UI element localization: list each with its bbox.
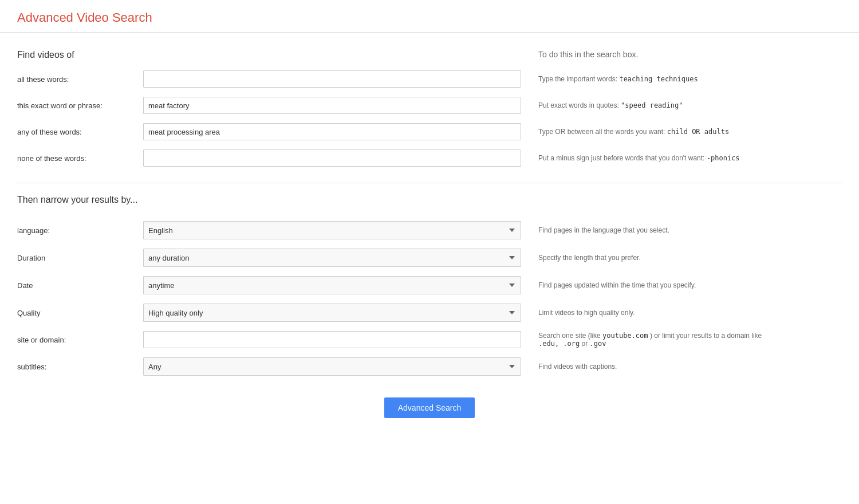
duration-select-cell: any duration short (under 4 min) medium … [143,244,533,271]
exact-phrase-input[interactable] [143,97,521,114]
site-domain-input[interactable] [143,331,521,348]
date-select-cell: anytime past 24 hours past week past mon… [143,271,533,299]
date-select[interactable]: anytime past 24 hours past week past mon… [143,276,521,294]
language-select[interactable]: Any language English French German Spani… [143,221,521,239]
quality-select[interactable]: any quality High quality only [143,304,521,322]
language-hint: Find pages in the language that you sele… [533,222,842,239]
none-words-input-cell [143,145,533,171]
none-words-hint: Put a minus sign just before words that … [533,149,842,167]
find-videos-label: Find videos of [17,50,143,60]
exact-phrase-label: this exact word or phrase: [17,94,143,117]
narrow-results-grid: language: Any language English French Ge… [17,216,842,380]
subtitles-select-cell: Any English French German Spanish [143,353,533,380]
language-select-cell: Any language English French German Spani… [143,216,533,244]
quality-label: Quality [17,302,143,324]
find-videos-grid: all these words: Type the important word… [17,66,842,171]
button-row: Advanced Search [17,380,842,430]
subtitles-label: subtitles: [17,356,143,378]
site-domain-input-cell [143,326,533,353]
quality-hint: Limit videos to high quality only. [533,304,842,321]
language-label: language: [17,219,143,242]
date-label: Date [17,274,143,297]
site-domain-label: site or domain: [17,329,143,351]
any-words-label: any of these words: [17,121,143,143]
exact-phrase-hint: Put exact words in quotes: "speed readin… [533,97,842,114]
advanced-search-button[interactable]: Advanced Search [384,397,475,418]
narrow-results-header: Then narrow your results by... [17,195,842,205]
site-domain-hint: Search one site (like youtube.com ) or l… [533,327,842,352]
any-words-hint: Type OR between all the words you want: … [533,123,842,140]
page-title: Advanced Video Search [0,0,859,32]
none-words-label: none of these words: [17,147,143,170]
all-words-hint: Type the important words: teaching techn… [533,70,842,88]
all-words-input[interactable] [143,70,521,88]
duration-hint: Specify the length that you prefer. [533,249,842,266]
section-divider [17,183,842,183]
section-header-row: Find videos of To do this in the search … [17,50,842,60]
duration-select[interactable]: any duration short (under 4 min) medium … [143,249,521,267]
all-words-label: all these words: [17,68,143,90]
all-words-input-cell [143,66,533,92]
date-hint: Find pages updated within the time that … [533,277,842,294]
duration-label: Duration [17,247,143,269]
none-words-input[interactable] [143,149,521,167]
quality-select-cell: any quality High quality only [143,299,533,326]
subtitles-select[interactable]: Any English French German Spanish [143,357,521,376]
subtitles-hint: Find videos with captions. [533,358,842,375]
to-do-label: To do this in the search box. [533,50,842,60]
any-words-input-cell [143,119,533,145]
main-container: Find videos of To do this in the search … [0,33,859,447]
any-words-input[interactable] [143,123,521,140]
exact-phrase-input-cell [143,92,533,119]
